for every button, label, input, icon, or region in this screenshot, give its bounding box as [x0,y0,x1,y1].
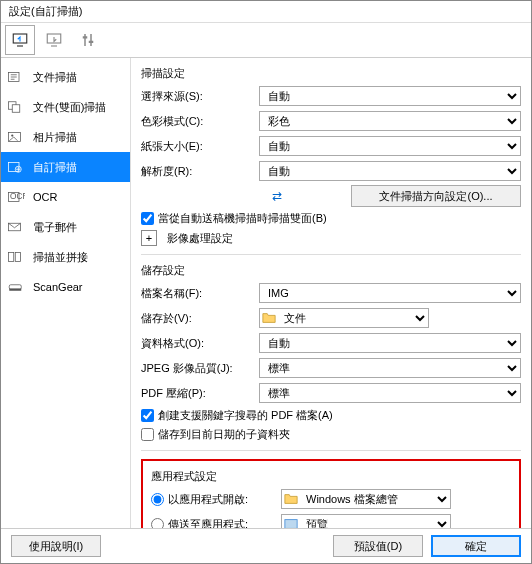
svg-point-15 [11,134,13,136]
sidebar-item-document[interactable]: 文件掃描 [1,62,130,92]
open-with-radio[interactable] [151,493,164,506]
sidebar-item-custom[interactable]: 自訂掃描 [1,152,130,182]
tab-scan-from-pc[interactable] [5,25,35,55]
sidebar-item-label: 掃描並拼接 [33,250,88,265]
jpeg-select[interactable]: 標準 [259,358,521,378]
send-app-radio[interactable] [151,518,164,529]
duplex-merge-checkbox[interactable] [141,212,154,225]
svg-rect-23 [9,253,14,262]
svg-rect-13 [12,105,20,113]
toolbar [1,23,531,58]
window-title: 設定(自訂掃描) [1,1,531,23]
sidebar-item-label: ScanGear [33,281,83,293]
filename-select[interactable]: IMG [259,283,521,303]
image-processing-label: 影像處理設定 [167,231,233,246]
tab-scan-from-device[interactable] [39,25,69,55]
format-label: 資料格式(O): [141,336,259,351]
help-button[interactable]: 使用說明(I) [11,535,101,557]
colormode-select[interactable]: 彩色 [259,111,521,131]
expand-icon[interactable]: + [141,230,157,246]
save-subfolder-label: 儲存到目前日期的子資料夾 [158,427,290,442]
content-area: 掃描設定 選擇來源(S): 自動 色彩模式(C): 彩色 紙張大小(E): 自動… [131,58,531,528]
sidebar-item-photo[interactable]: 相片掃描 [1,122,130,152]
scan-section-title: 掃描設定 [141,66,521,81]
colormode-label: 色彩模式(C): [141,114,259,129]
send-app-select[interactable]: 預覽 [281,514,451,528]
footer: 使用說明(I) 預設值(D) 確定 [1,528,531,563]
papersize-select[interactable]: 自動 [259,136,521,156]
sidebar-item-label: 文件(雙面)掃描 [33,100,106,115]
swap-icon[interactable]: ⇄ [265,186,289,206]
save-subfolder-checkbox[interactable] [141,428,154,441]
sidebar: 文件掃描 文件(雙面)掃描 相片掃描 自訂掃描 OCR OCR 電子郵件 掃描並… [1,58,131,528]
saveto-label: 儲存於(V): [141,311,259,326]
saveto-select[interactable]: 文件 [259,308,429,328]
sidebar-item-label: OCR [33,191,57,203]
sidebar-item-document-duplex[interactable]: 文件(雙面)掃描 [1,92,130,122]
send-app-label: 傳送至應用程式: [168,517,248,529]
papersize-label: 紙張大小(E): [141,139,259,154]
svg-rect-26 [9,289,21,291]
app-section-title: 應用程式設定 [151,469,511,484]
sidebar-item-ocr[interactable]: OCR OCR [1,182,130,212]
pdf-select[interactable]: 標準 [259,383,521,403]
filename-label: 檔案名稱(F): [141,286,259,301]
pdf-label: PDF 壓縮(P): [141,386,259,401]
sidebar-item-label: 電子郵件 [33,220,77,235]
pdf-keyword-label: 創建支援關鍵字搜尋的 PDF 檔案(A) [158,408,333,423]
save-section-title: 儲存設定 [141,263,521,278]
sidebar-item-label: 自訂掃描 [33,160,77,175]
open-with-select[interactable]: Windows 檔案總管 [281,489,451,509]
divider [141,450,521,451]
svg-text:OCR: OCR [10,192,25,201]
resolution-label: 解析度(R): [141,164,259,179]
pdf-keyword-checkbox[interactable] [141,409,154,422]
sidebar-item-label: 相片掃描 [33,130,77,145]
format-select[interactable]: 自動 [259,333,521,353]
tab-general-settings[interactable] [73,25,103,55]
jpeg-label: JPEG 影像品質(J): [141,361,259,376]
sidebar-item-email[interactable]: 電子郵件 [1,212,130,242]
svg-rect-24 [15,253,20,262]
sidebar-item-scangear[interactable]: ScanGear [1,272,130,302]
resolution-select[interactable]: 自動 [259,161,521,181]
open-with-label: 以應用程式開啟: [168,492,248,507]
sidebar-item-label: 文件掃描 [33,70,77,85]
sidebar-item-stitch[interactable]: 掃描並拼接 [1,242,130,272]
application-settings-frame: 應用程式設定 以應用程式開啟: Windows 檔案總管 傳送至應用程式: 預覽… [141,459,521,528]
orientation-settings-button[interactable]: 文件掃描方向設定(O)... [351,185,521,207]
ok-button[interactable]: 確定 [431,535,521,557]
svg-rect-7 [89,41,94,43]
svg-rect-6 [83,36,88,38]
source-label: 選擇來源(S): [141,89,259,104]
source-select[interactable]: 自動 [259,86,521,106]
duplex-merge-label: 當從自動送稿機掃描時掃描雙面(B) [158,211,327,226]
svg-rect-16 [9,163,20,172]
defaults-button[interactable]: 預設值(D) [333,535,423,557]
divider [141,254,521,255]
